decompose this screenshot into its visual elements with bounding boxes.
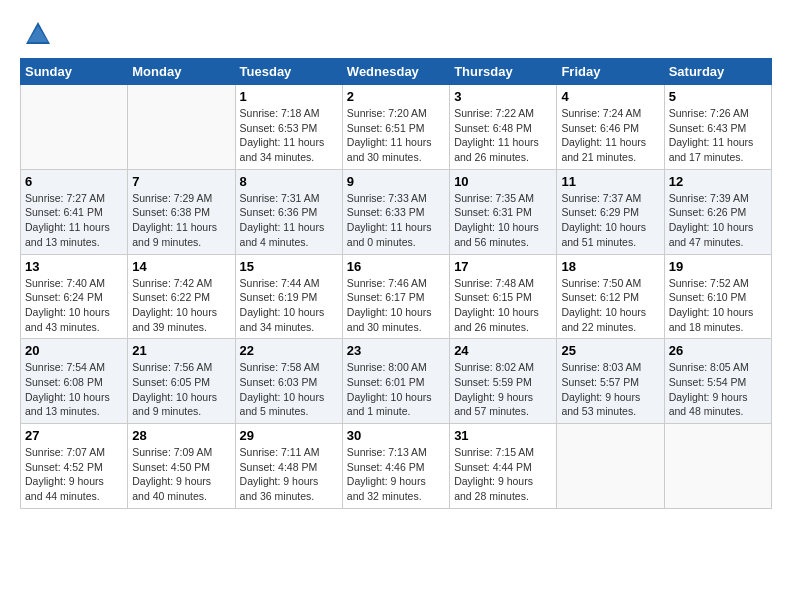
- cell-content: Sunrise: 7:35 AM Sunset: 6:31 PM Dayligh…: [454, 191, 552, 250]
- header: [20, 20, 772, 48]
- calendar-week-0: 1Sunrise: 7:18 AM Sunset: 6:53 PM Daylig…: [21, 85, 772, 170]
- col-sunday: Sunday: [21, 59, 128, 85]
- day-number: 23: [347, 343, 445, 358]
- col-friday: Friday: [557, 59, 664, 85]
- cell-content: Sunrise: 7:40 AM Sunset: 6:24 PM Dayligh…: [25, 276, 123, 335]
- cell-content: Sunrise: 7:09 AM Sunset: 4:50 PM Dayligh…: [132, 445, 230, 504]
- calendar-cell: [128, 85, 235, 170]
- day-number: 13: [25, 259, 123, 274]
- logo-icon: [24, 20, 52, 48]
- day-number: 8: [240, 174, 338, 189]
- header-row: Sunday Monday Tuesday Wednesday Thursday…: [21, 59, 772, 85]
- calendar-cell: 26Sunrise: 8:05 AM Sunset: 5:54 PM Dayli…: [664, 339, 771, 424]
- cell-content: Sunrise: 7:18 AM Sunset: 6:53 PM Dayligh…: [240, 106, 338, 165]
- day-number: 7: [132, 174, 230, 189]
- cell-content: Sunrise: 7:50 AM Sunset: 6:12 PM Dayligh…: [561, 276, 659, 335]
- col-thursday: Thursday: [450, 59, 557, 85]
- calendar-cell: 23Sunrise: 8:00 AM Sunset: 6:01 PM Dayli…: [342, 339, 449, 424]
- cell-content: Sunrise: 7:48 AM Sunset: 6:15 PM Dayligh…: [454, 276, 552, 335]
- cell-content: Sunrise: 7:26 AM Sunset: 6:43 PM Dayligh…: [669, 106, 767, 165]
- calendar-cell: 27Sunrise: 7:07 AM Sunset: 4:52 PM Dayli…: [21, 424, 128, 509]
- cell-content: Sunrise: 8:02 AM Sunset: 5:59 PM Dayligh…: [454, 360, 552, 419]
- day-number: 16: [347, 259, 445, 274]
- calendar-cell: 22Sunrise: 7:58 AM Sunset: 6:03 PM Dayli…: [235, 339, 342, 424]
- calendar-body: 1Sunrise: 7:18 AM Sunset: 6:53 PM Daylig…: [21, 85, 772, 509]
- day-number: 31: [454, 428, 552, 443]
- calendar-cell: 19Sunrise: 7:52 AM Sunset: 6:10 PM Dayli…: [664, 254, 771, 339]
- cell-content: Sunrise: 7:07 AM Sunset: 4:52 PM Dayligh…: [25, 445, 123, 504]
- calendar-cell: 17Sunrise: 7:48 AM Sunset: 6:15 PM Dayli…: [450, 254, 557, 339]
- cell-content: Sunrise: 7:20 AM Sunset: 6:51 PM Dayligh…: [347, 106, 445, 165]
- calendar-cell: 11Sunrise: 7:37 AM Sunset: 6:29 PM Dayli…: [557, 169, 664, 254]
- cell-content: Sunrise: 7:22 AM Sunset: 6:48 PM Dayligh…: [454, 106, 552, 165]
- calendar-table: Sunday Monday Tuesday Wednesday Thursday…: [20, 58, 772, 509]
- calendar-cell: 2Sunrise: 7:20 AM Sunset: 6:51 PM Daylig…: [342, 85, 449, 170]
- calendar-cell: 6Sunrise: 7:27 AM Sunset: 6:41 PM Daylig…: [21, 169, 128, 254]
- day-number: 10: [454, 174, 552, 189]
- day-number: 29: [240, 428, 338, 443]
- day-number: 20: [25, 343, 123, 358]
- calendar-cell: 20Sunrise: 7:54 AM Sunset: 6:08 PM Dayli…: [21, 339, 128, 424]
- cell-content: Sunrise: 7:24 AM Sunset: 6:46 PM Dayligh…: [561, 106, 659, 165]
- cell-content: Sunrise: 7:31 AM Sunset: 6:36 PM Dayligh…: [240, 191, 338, 250]
- calendar-cell: 9Sunrise: 7:33 AM Sunset: 6:33 PM Daylig…: [342, 169, 449, 254]
- calendar-week-1: 6Sunrise: 7:27 AM Sunset: 6:41 PM Daylig…: [21, 169, 772, 254]
- day-number: 1: [240, 89, 338, 104]
- calendar-cell: 18Sunrise: 7:50 AM Sunset: 6:12 PM Dayli…: [557, 254, 664, 339]
- calendar-cell: 1Sunrise: 7:18 AM Sunset: 6:53 PM Daylig…: [235, 85, 342, 170]
- col-saturday: Saturday: [664, 59, 771, 85]
- calendar-cell: 10Sunrise: 7:35 AM Sunset: 6:31 PM Dayli…: [450, 169, 557, 254]
- cell-content: Sunrise: 7:29 AM Sunset: 6:38 PM Dayligh…: [132, 191, 230, 250]
- cell-content: Sunrise: 8:03 AM Sunset: 5:57 PM Dayligh…: [561, 360, 659, 419]
- calendar-cell: 24Sunrise: 8:02 AM Sunset: 5:59 PM Dayli…: [450, 339, 557, 424]
- calendar-cell: 30Sunrise: 7:13 AM Sunset: 4:46 PM Dayli…: [342, 424, 449, 509]
- calendar-week-4: 27Sunrise: 7:07 AM Sunset: 4:52 PM Dayli…: [21, 424, 772, 509]
- day-number: 24: [454, 343, 552, 358]
- cell-content: Sunrise: 7:33 AM Sunset: 6:33 PM Dayligh…: [347, 191, 445, 250]
- calendar-cell: 7Sunrise: 7:29 AM Sunset: 6:38 PM Daylig…: [128, 169, 235, 254]
- day-number: 30: [347, 428, 445, 443]
- cell-content: Sunrise: 7:54 AM Sunset: 6:08 PM Dayligh…: [25, 360, 123, 419]
- calendar-header: Sunday Monday Tuesday Wednesday Thursday…: [21, 59, 772, 85]
- cell-content: Sunrise: 8:05 AM Sunset: 5:54 PM Dayligh…: [669, 360, 767, 419]
- day-number: 27: [25, 428, 123, 443]
- cell-content: Sunrise: 7:11 AM Sunset: 4:48 PM Dayligh…: [240, 445, 338, 504]
- calendar-cell: 16Sunrise: 7:46 AM Sunset: 6:17 PM Dayli…: [342, 254, 449, 339]
- calendar-week-2: 13Sunrise: 7:40 AM Sunset: 6:24 PM Dayli…: [21, 254, 772, 339]
- calendar-cell: 29Sunrise: 7:11 AM Sunset: 4:48 PM Dayli…: [235, 424, 342, 509]
- calendar-cell: 25Sunrise: 8:03 AM Sunset: 5:57 PM Dayli…: [557, 339, 664, 424]
- svg-marker-1: [28, 26, 48, 42]
- calendar-cell: 3Sunrise: 7:22 AM Sunset: 6:48 PM Daylig…: [450, 85, 557, 170]
- cell-content: Sunrise: 8:00 AM Sunset: 6:01 PM Dayligh…: [347, 360, 445, 419]
- day-number: 21: [132, 343, 230, 358]
- day-number: 3: [454, 89, 552, 104]
- calendar-cell: 31Sunrise: 7:15 AM Sunset: 4:44 PM Dayli…: [450, 424, 557, 509]
- day-number: 5: [669, 89, 767, 104]
- day-number: 14: [132, 259, 230, 274]
- cell-content: Sunrise: 7:44 AM Sunset: 6:19 PM Dayligh…: [240, 276, 338, 335]
- day-number: 28: [132, 428, 230, 443]
- cell-content: Sunrise: 7:46 AM Sunset: 6:17 PM Dayligh…: [347, 276, 445, 335]
- page: Sunday Monday Tuesday Wednesday Thursday…: [0, 0, 792, 519]
- day-number: 19: [669, 259, 767, 274]
- cell-content: Sunrise: 7:56 AM Sunset: 6:05 PM Dayligh…: [132, 360, 230, 419]
- cell-content: Sunrise: 7:13 AM Sunset: 4:46 PM Dayligh…: [347, 445, 445, 504]
- day-number: 17: [454, 259, 552, 274]
- day-number: 26: [669, 343, 767, 358]
- day-number: 12: [669, 174, 767, 189]
- cell-content: Sunrise: 7:15 AM Sunset: 4:44 PM Dayligh…: [454, 445, 552, 504]
- logo: [20, 20, 52, 48]
- calendar-cell: 21Sunrise: 7:56 AM Sunset: 6:05 PM Dayli…: [128, 339, 235, 424]
- day-number: 9: [347, 174, 445, 189]
- calendar-cell: [664, 424, 771, 509]
- col-wednesday: Wednesday: [342, 59, 449, 85]
- cell-content: Sunrise: 7:39 AM Sunset: 6:26 PM Dayligh…: [669, 191, 767, 250]
- day-number: 6: [25, 174, 123, 189]
- calendar-cell: 13Sunrise: 7:40 AM Sunset: 6:24 PM Dayli…: [21, 254, 128, 339]
- day-number: 2: [347, 89, 445, 104]
- day-number: 15: [240, 259, 338, 274]
- calendar-cell: 28Sunrise: 7:09 AM Sunset: 4:50 PM Dayli…: [128, 424, 235, 509]
- calendar-cell: 4Sunrise: 7:24 AM Sunset: 6:46 PM Daylig…: [557, 85, 664, 170]
- day-number: 18: [561, 259, 659, 274]
- calendar-cell: 8Sunrise: 7:31 AM Sunset: 6:36 PM Daylig…: [235, 169, 342, 254]
